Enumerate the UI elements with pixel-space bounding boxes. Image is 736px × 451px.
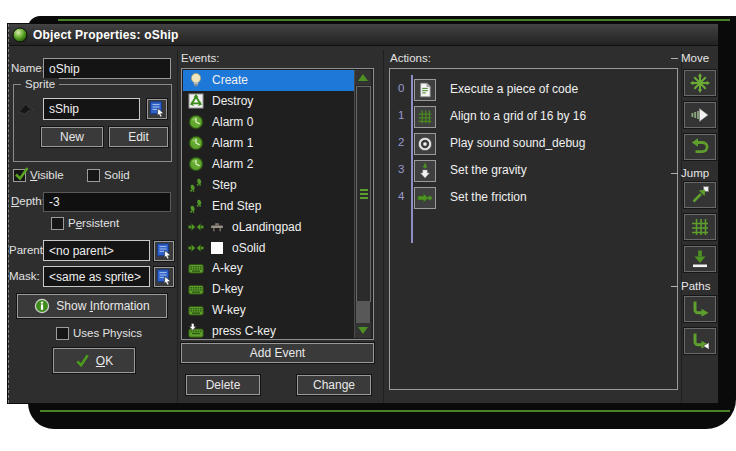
event-row[interactable]: Alarm 1 <box>183 133 355 154</box>
check-icon <box>75 353 90 368</box>
event-row[interactable]: Alarm 2 <box>183 154 355 175</box>
dialog-titlebar[interactable]: Object Properties: oShip <box>9 24 718 46</box>
action-index: 2 <box>398 136 404 148</box>
keyboard-event-icon <box>188 260 204 276</box>
sprite-groupbox <box>13 84 172 162</box>
sprite-input[interactable] <box>43 98 140 120</box>
collision-event-icon <box>188 219 204 235</box>
event-row[interactable]: Step <box>183 174 355 195</box>
action-label: Play sound sound_debug <box>450 134 585 152</box>
depth-label: Depth: <box>11 195 45 207</box>
mask-input[interactable] <box>43 266 150 287</box>
event-label: End Step <box>212 199 261 213</box>
scroll-up-button[interactable] <box>355 70 371 85</box>
move-fixed-button[interactable] <box>684 70 716 96</box>
landingpad-thumb <box>210 220 224 234</box>
persistent-checkbox[interactable] <box>51 217 64 230</box>
action-label: Execute a piece of code <box>450 80 578 98</box>
scrollbar-thumb[interactable] <box>356 86 371 302</box>
edit-sprite-button[interactable]: Edit <box>109 127 168 147</box>
toolbar-group-label: Jump <box>671 167 709 179</box>
action-row[interactable]: 0Execute a piece of code <box>390 80 677 98</box>
mask-label: Mask: <box>9 270 40 282</box>
event-label: Create <box>212 73 248 87</box>
event-row[interactable]: D-key <box>183 279 355 300</box>
mask-select-menu-button[interactable] <box>154 267 174 287</box>
solid-checkbox[interactable] <box>87 169 100 182</box>
name-input[interactable] <box>43 58 171 79</box>
ok-label: OK <box>96 354 113 368</box>
parent-input[interactable] <box>43 240 150 261</box>
event-label: Step <box>212 178 237 192</box>
parent-select-menu-button[interactable] <box>154 241 174 261</box>
keyboard-event-icon <box>188 281 204 297</box>
grid-action-icon <box>414 106 436 128</box>
uses-physics-checkbox[interactable] <box>56 327 69 340</box>
screenshot-stage: Object Properties: oShip Name: Sprite Ne… <box>0 0 736 451</box>
action-label: Set the gravity <box>450 161 527 179</box>
jump-position-button[interactable] <box>684 182 716 208</box>
sprite-select-menu-button[interactable] <box>147 99 167 119</box>
snap-grid-button[interactable] <box>684 214 716 240</box>
info-icon <box>34 298 50 314</box>
reverse-direction-button[interactable] <box>684 134 716 160</box>
event-row[interactable]: End Step <box>183 195 355 216</box>
panel-divider <box>681 50 682 403</box>
move-speed-button[interactable] <box>684 102 716 128</box>
events-header: Events: <box>181 52 219 64</box>
move-speed-icon <box>690 105 710 125</box>
add-event-button[interactable]: Add Event <box>181 343 374 363</box>
ship-sprite-preview-icon <box>16 99 36 119</box>
toolbar-group-label: Paths <box>671 280 710 292</box>
event-label: Destroy <box>212 94 253 108</box>
event-row[interactable]: A-key <box>183 258 355 279</box>
event-label: D-key <box>212 282 243 296</box>
event-row[interactable]: Create <box>183 70 355 91</box>
move-contact-icon <box>690 249 710 269</box>
action-index: 4 <box>398 190 404 202</box>
move-contact-button[interactable] <box>684 246 716 272</box>
end-path-button[interactable] <box>684 328 716 354</box>
visible-checkbox[interactable] <box>13 169 26 182</box>
path-button[interactable] <box>684 296 716 322</box>
new-sprite-label: New <box>60 130 84 144</box>
action-row[interactable]: 1Align to a grid of 16 by 16 <box>390 107 677 125</box>
white-square-thumb <box>210 241 224 255</box>
events-list: CreateDestroyAlarm 0Alarm 1Alarm 2StepEn… <box>183 70 355 338</box>
action-row[interactable]: 2Play sound sound_debug <box>390 134 677 152</box>
check-icon <box>13 165 31 183</box>
action-label: Set the friction <box>450 188 527 206</box>
actions-listbox: 0Execute a piece of code1Align to a grid… <box>389 68 678 390</box>
bottom-accent-line <box>40 410 730 412</box>
delete-event-button[interactable]: Delete <box>186 375 260 395</box>
action-row[interactable]: 3Set the gravity <box>390 161 677 179</box>
ok-button[interactable]: OK <box>53 348 135 373</box>
top-accent-line <box>58 19 730 21</box>
event-row[interactable]: W-key <box>183 300 355 321</box>
scrollbar-track-remainder[interactable] <box>356 301 370 325</box>
show-information-button[interactable]: Show Information <box>17 294 167 318</box>
depth-input[interactable] <box>43 192 171 212</box>
sprite-group-label: Sprite <box>21 78 59 90</box>
jump-position-icon <box>690 185 710 205</box>
event-row[interactable]: Destroy <box>183 91 355 112</box>
action-row[interactable]: 4Set the friction <box>390 188 677 206</box>
new-sprite-button[interactable]: New <box>41 127 103 147</box>
step-event-icon <box>188 198 204 214</box>
step-event-icon <box>188 177 204 193</box>
event-row[interactable]: Alarm 0 <box>183 112 355 133</box>
scroll-down-button[interactable] <box>355 323 371 338</box>
change-event-button[interactable]: Change <box>297 375 371 395</box>
create-event-icon <box>188 72 204 88</box>
events-scrollbar[interactable] <box>354 70 372 338</box>
events-listbox: CreateDestroyAlarm 0Alarm 1Alarm 2StepEn… <box>181 68 374 340</box>
event-row[interactable]: oSolid <box>183 237 355 258</box>
dialog-title: Object Properties: oShip <box>33 28 179 42</box>
visible-label: Visible <box>30 169 64 181</box>
event-row[interactable]: press C-key <box>183 321 355 338</box>
panel-divider <box>177 50 178 403</box>
event-row[interactable]: oLandingpad <box>183 216 355 237</box>
solid-label: Solid <box>104 169 130 181</box>
move-fixed-icon <box>690 73 710 93</box>
actions-separator-line <box>411 75 413 243</box>
